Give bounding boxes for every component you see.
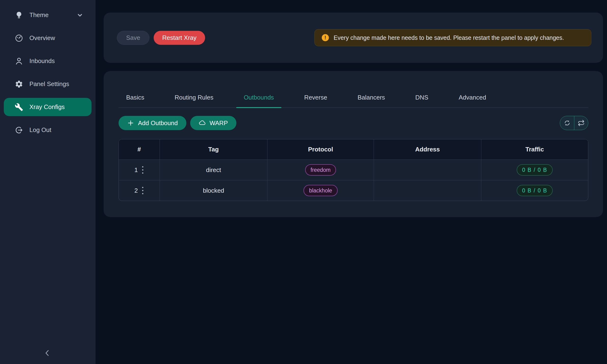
column-header-traffic: Traffic: [481, 139, 588, 159]
app-window: Theme Overview: [0, 0, 607, 364]
sidebar-item-label: Overview: [29, 34, 55, 42]
row-index: 1: [134, 166, 138, 174]
table-row: 1 direct freedom: [119, 159, 588, 180]
tab-routing-rules[interactable]: Routing Rules: [167, 94, 221, 108]
restart-xray-button[interactable]: Restart Xray: [154, 31, 205, 45]
sidebar-item-overview[interactable]: Overview: [4, 29, 92, 47]
unsaved-changes-alert: ! Every change made here needs to be sav…: [314, 29, 591, 46]
dashboard-icon: [15, 34, 23, 42]
sidebar-item-inbounds[interactable]: Inbounds: [4, 52, 92, 70]
sidebar-item-label: Theme: [29, 11, 49, 19]
warning-icon: !: [322, 34, 329, 41]
traffic-badge: 0 B / 0 B: [517, 164, 553, 176]
refresh-icon: [564, 119, 571, 127]
main-content: Save Restart Xray ! Every change made he…: [95, 0, 607, 364]
add-outbound-label: Add Outbound: [138, 119, 178, 127]
add-outbound-button[interactable]: Add Outbound: [119, 116, 186, 130]
address-cell: [374, 159, 481, 180]
refresh-button[interactable]: [560, 116, 574, 130]
column-header-tag: Tag: [160, 139, 267, 159]
tag-cell: blocked: [160, 180, 267, 201]
protocol-cell: blackhole: [267, 180, 374, 201]
row-menu-kebab-icon[interactable]: [142, 166, 144, 174]
sidebar-item-label: Inbounds: [29, 57, 55, 65]
tab-balancers[interactable]: Balancers: [350, 94, 393, 108]
config-tabs: Basics Routing Rules Outbounds Reverse B…: [119, 94, 588, 108]
repeat-icon: [578, 119, 585, 127]
gear-icon: [15, 80, 23, 88]
row-menu-kebab-icon[interactable]: [142, 186, 144, 195]
xray-config-card: Basics Routing Rules Outbounds Reverse B…: [104, 71, 603, 217]
sidebar-collapse-button[interactable]: [42, 347, 53, 359]
alert-text: Every change made here needs to be saved…: [334, 33, 564, 42]
refresh-button-group: [560, 116, 588, 130]
protocol-badge: blackhole: [304, 185, 337, 196]
address-cell: [374, 180, 481, 201]
plus-icon: [127, 119, 134, 127]
sidebar-item-label: Log Out: [29, 126, 52, 134]
lightbulb-icon: [15, 11, 23, 19]
protocol-cell: freedom: [267, 159, 374, 180]
traffic-cell: 0 B / 0 B: [481, 159, 588, 180]
sidebar-item-label: Panel Settings: [29, 80, 69, 88]
tab-reverse[interactable]: Reverse: [297, 94, 335, 108]
chevron-down-icon: [76, 12, 83, 19]
sidebar-item-label: Xray Configs: [29, 103, 65, 111]
cloud-icon: [199, 119, 206, 127]
tab-outbounds[interactable]: Outbounds: [236, 94, 281, 108]
wrench-icon: [15, 103, 23, 111]
tab-dns[interactable]: DNS: [408, 94, 436, 108]
column-header-address: Address: [374, 139, 481, 159]
table-header-row: # Tag Protocol Address Traffic: [119, 139, 588, 159]
tab-advanced[interactable]: Advanced: [451, 94, 494, 108]
sidebar-item-xray-configs[interactable]: Xray Configs: [4, 98, 92, 116]
logout-icon: [15, 126, 23, 134]
column-header-protocol: Protocol: [267, 139, 374, 159]
traffic-cell: 0 B / 0 B: [481, 180, 588, 201]
chevron-left-icon: [43, 349, 52, 358]
table-row: 2 blocked blackhole: [119, 180, 588, 201]
tab-basics[interactable]: Basics: [119, 94, 152, 108]
save-button[interactable]: Save: [117, 31, 149, 45]
tag-cell: direct: [160, 159, 267, 180]
sidebar: Theme Overview: [0, 0, 95, 364]
warp-button[interactable]: WARP: [190, 116, 237, 130]
outbounds-actions-row: Add Outbound WARP: [119, 116, 588, 130]
restart-outbounds-traffic-button[interactable]: [574, 116, 588, 130]
traffic-badge: 0 B / 0 B: [517, 185, 553, 196]
warp-label: WARP: [210, 119, 228, 127]
column-header-index: #: [119, 139, 160, 159]
sidebar-item-theme[interactable]: Theme: [4, 6, 92, 24]
sidebar-item-panel-settings[interactable]: Panel Settings: [4, 75, 92, 93]
row-index: 2: [134, 187, 138, 194]
protocol-badge: freedom: [305, 164, 336, 176]
toolbar-card: Save Restart Xray ! Every change made he…: [104, 13, 603, 63]
sidebar-item-log-out[interactable]: Log Out: [4, 121, 92, 139]
user-icon: [15, 57, 23, 65]
outbounds-table: # Tag Protocol Address Traffic 1: [119, 139, 588, 201]
